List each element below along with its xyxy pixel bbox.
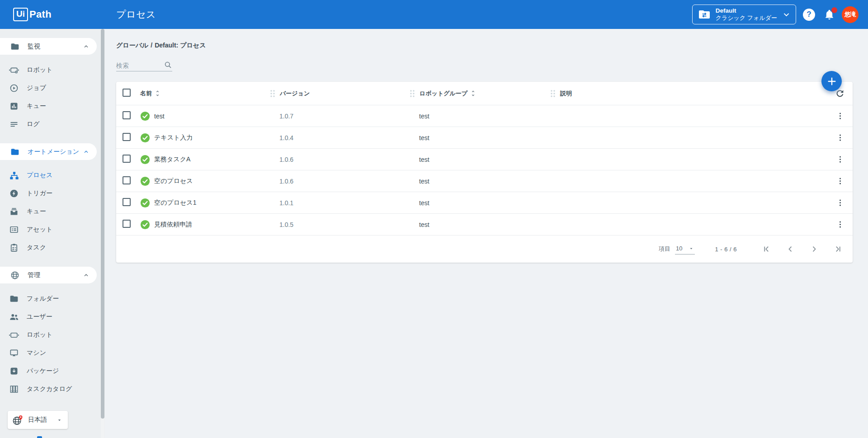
sidebar-item-robots-management[interactable]: ロボット <box>0 326 105 344</box>
drag-handle-icon[interactable] <box>269 89 276 98</box>
sidebar-section-management[interactable]: 管理 <box>0 267 97 283</box>
nav-item-label: ユーザー <box>27 313 52 321</box>
folder-switcher-button[interactable]: Default クラシック フォルダー <box>692 5 796 24</box>
section-label: オートメーション <box>28 148 79 156</box>
nav-item-label: ログ <box>27 120 40 128</box>
sidebar-item-robots-monitoring[interactable]: ロボット <box>0 61 105 79</box>
check-circle-icon <box>140 155 150 165</box>
sidebar-item-users[interactable]: ユーザー <box>0 308 105 326</box>
table-row[interactable]: 空のプロセス1 1.0.1 test <box>116 192 853 213</box>
column-header-robot-group[interactable]: ロボットグループ <box>419 89 560 98</box>
row-menu-button[interactable] <box>834 131 847 144</box>
row-menu-button[interactable] <box>834 174 847 188</box>
sidebar-item-task-catalog[interactable]: タスクカタログ <box>0 380 105 398</box>
select-all-checkbox[interactable] <box>123 89 131 97</box>
sidebar-section-monitoring[interactable]: 監視 <box>0 38 97 55</box>
add-process-button[interactable] <box>821 71 842 91</box>
help-icon[interactable]: ? <box>803 9 815 21</box>
sort-icon[interactable] <box>470 90 476 97</box>
pagination-prev-button[interactable] <box>782 241 798 257</box>
sidebar-item-tasks[interactable]: タスク <box>0 239 105 257</box>
column-header-description[interactable]: 説明 <box>560 89 827 98</box>
row-menu-button[interactable] <box>834 196 847 209</box>
row-checkbox[interactable] <box>123 155 131 163</box>
nav-item-label: プロセス <box>27 171 52 179</box>
sidebar-section-automation[interactable]: オートメーション <box>0 143 97 160</box>
table-row[interactable]: 見積依頼申請 1.0.5 test <box>116 213 853 235</box>
notification-badge <box>831 7 837 13</box>
breadcrumb-root[interactable]: グローバル <box>116 42 148 50</box>
folder-name: Default <box>716 7 777 15</box>
folder-swap-icon <box>698 9 710 19</box>
table-row[interactable]: 空のプロセス 1.0.6 test <box>116 170 853 192</box>
sidebar-item-machines[interactable]: マシン <box>0 344 105 362</box>
nav-item-label: タスク <box>27 244 46 252</box>
column-header-name[interactable]: 名前 <box>140 89 279 98</box>
notifications-button[interactable] <box>824 9 835 20</box>
asset-list-icon <box>9 225 19 234</box>
search-icon[interactable] <box>164 61 172 69</box>
sidebar-item-queues-monitoring[interactable]: キュー <box>0 97 105 115</box>
search-input[interactable] <box>116 62 162 69</box>
folder-type: クラシック フォルダー <box>716 14 777 22</box>
bolt-circle-icon <box>9 189 19 198</box>
sidebar-item-assets[interactable]: アセット <box>0 221 105 239</box>
main-content: グローバル / Default: プロセス 名前 <box>105 29 868 438</box>
sidebar-item-processes[interactable]: プロセス <box>0 166 105 184</box>
pagination-last-button[interactable] <box>830 241 846 257</box>
caret-down-icon <box>689 246 694 251</box>
sidebar-item-triggers[interactable]: トリガー <box>0 184 105 203</box>
section-label: 管理 <box>28 271 40 279</box>
user-avatar[interactable]: 悠滝 <box>842 6 859 23</box>
sidebar-scrollbar-thumb[interactable] <box>101 29 104 419</box>
pagination-next-button[interactable] <box>806 241 822 257</box>
nav-item-label: パッケージ <box>27 367 59 375</box>
check-circle-icon <box>140 133 150 143</box>
language-label: 日本語 <box>28 416 47 424</box>
uipath-logo[interactable]: Ui Path <box>13 8 52 21</box>
breadcrumb-current: Default: プロセス <box>155 42 206 50</box>
row-checkbox[interactable] <box>123 133 131 141</box>
table-row[interactable]: 業務タスクA 1.0.6 test <box>116 148 853 170</box>
sidebar: 監視 ロボット ジョブ キュー <box>0 29 105 438</box>
chevron-down-icon <box>783 11 790 19</box>
row-checkbox[interactable] <box>123 220 131 228</box>
process-robot-group: test <box>419 221 560 228</box>
robot-icon <box>9 331 19 339</box>
breadcrumb-separator: / <box>151 42 152 50</box>
play-circle-icon <box>9 84 19 93</box>
process-robot-group: test <box>419 134 560 141</box>
sidebar-item-queues-automation[interactable]: キュー <box>0 203 105 221</box>
page-size-value: 10 <box>676 245 682 252</box>
process-name: テキスト入力 <box>154 134 193 142</box>
row-menu-button[interactable] <box>834 109 847 122</box>
column-header-version[interactable]: バージョン <box>279 89 419 98</box>
row-menu-button[interactable] <box>834 153 847 166</box>
column-label: バージョン <box>280 89 310 98</box>
page-size-select[interactable]: 10 <box>675 244 695 254</box>
nav-item-label: トリガー <box>27 189 52 198</box>
table-row[interactable]: テキスト入力 1.0.4 test <box>116 127 853 148</box>
row-menu-button[interactable] <box>834 218 847 231</box>
sidebar-item-packages[interactable]: パッケージ <box>0 362 105 380</box>
row-checkbox[interactable] <box>123 198 131 206</box>
process-version: 1.0.4 <box>279 134 419 141</box>
language-selector[interactable]: 日本語 <box>8 411 68 429</box>
table-row[interactable]: test 1.0.7 test <box>116 105 853 127</box>
pagination-first-button[interactable] <box>758 241 774 257</box>
row-checkbox[interactable] <box>123 111 131 119</box>
row-checkbox[interactable] <box>123 176 131 184</box>
sort-icon[interactable] <box>154 90 161 97</box>
nav-item-label: タスクカタログ <box>27 385 72 393</box>
sidebar-scrollbar <box>101 29 104 438</box>
drag-handle-icon[interactable] <box>550 89 556 98</box>
sidebar-item-logs[interactable]: ログ <box>0 115 105 133</box>
package-icon <box>9 367 19 376</box>
process-robot-group: test <box>419 156 560 163</box>
drag-handle-icon[interactable] <box>409 89 415 98</box>
sidebar-item-jobs[interactable]: ジョブ <box>0 79 105 97</box>
chevron-up-icon <box>83 148 90 155</box>
nav-item-label: キュー <box>27 207 46 216</box>
sidebar-item-folders[interactable]: フォルダー <box>0 290 105 308</box>
column-label: ロボットグループ <box>420 89 467 98</box>
